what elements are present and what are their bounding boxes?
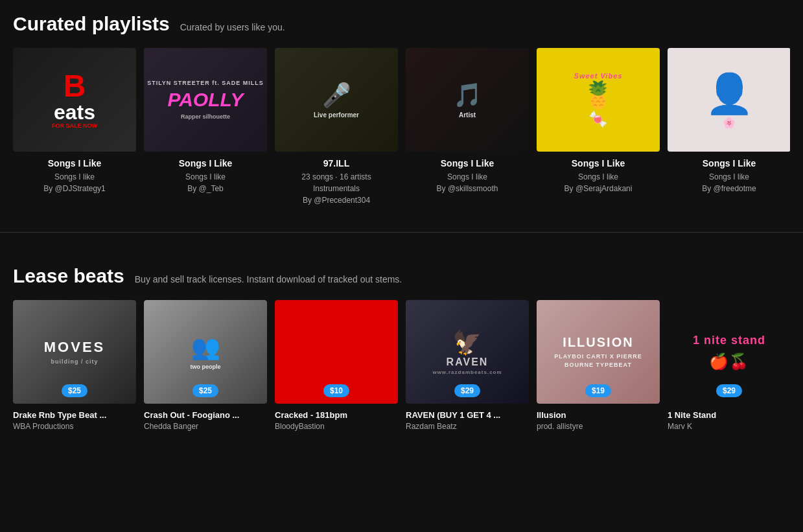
playlist-card-3[interactable]: 🎤 Live performer 97.ILL 23 songs · 16 ar… xyxy=(275,48,398,206)
curated-title: Curated playlists xyxy=(13,13,170,35)
beat-producer: BloodyBastion xyxy=(275,422,398,431)
price-badge: $25 xyxy=(62,384,87,397)
playlist-name: Songs I Like xyxy=(13,158,136,168)
beat-producer: Chedda Banger xyxy=(144,422,267,431)
beat-producer: prod. allistyre xyxy=(537,422,660,431)
playlist-meta: Songs I like By @skillssmooth xyxy=(406,171,529,194)
beat-producer: Marv K xyxy=(668,422,790,431)
playlist-card-6[interactable]: 👤 🌸 Songs I Like Songs I like By @freedo… xyxy=(668,48,790,206)
lease-header: Lease beats Buy and sell track licenses.… xyxy=(13,265,790,287)
curated-header: Curated playlists Curated by users like … xyxy=(13,13,790,35)
beat-title: 1 Nite Stand xyxy=(668,410,790,420)
lease-beats-row: MOVES building / city $25 Drake Rnb Type… xyxy=(13,300,790,431)
playlist-meta: Songs I like By @SerajArdakani xyxy=(537,171,660,194)
beat-image-wrapper: MOVES building / city $25 xyxy=(13,300,136,404)
playlist-name: Songs I Like xyxy=(668,158,790,168)
beat-card-1[interactable]: MOVES building / city $25 Drake Rnb Type… xyxy=(13,300,136,431)
beat-image-wrapper: ILLUSION PLAYBOI CARTI X PIERREBOURNE TY… xyxy=(537,300,660,404)
beat-producer: Razdam Beatz xyxy=(406,422,529,431)
beat-image-wrapper: $10 xyxy=(275,300,398,404)
beat-card-2[interactable]: 👥 two people $25 Crash Out - Foogiano ..… xyxy=(144,300,267,431)
beat-card-4[interactable]: 🦅 RAVEN www.razdambeats.com $29 RAVEN (B… xyxy=(406,300,529,431)
playlist-meta: 23 songs · 16 artists Instrumentals By @… xyxy=(275,171,398,206)
beat-card-3[interactable]: $10 Cracked - 181bpm BloodyBastion xyxy=(275,300,398,431)
beat-title: Cracked - 181bpm xyxy=(275,410,398,420)
playlist-card-1[interactable]: B eats FOR SALE NOW Songs I Like Songs I… xyxy=(13,48,136,206)
playlist-meta: Songs I like By @DJStrategy1 xyxy=(13,171,136,194)
section-divider xyxy=(0,232,803,233)
playlist-card-5[interactable]: Sweet Vibes 🍍 🍬 Songs I Like Songs I lik… xyxy=(537,48,660,206)
beat-title: Drake Rnb Type Beat ... xyxy=(13,410,136,420)
price-badge: $29 xyxy=(716,384,742,397)
playlist-meta: Songs I like By @_Teb xyxy=(144,171,267,194)
price-badge: $25 xyxy=(192,384,218,397)
beat-title: Crash Out - Foogiano ... xyxy=(144,410,267,420)
curated-playlists-section: Curated playlists Curated by users like … xyxy=(0,0,803,213)
playlist-name: Songs I Like xyxy=(537,158,660,168)
beat-image-wrapper: 👥 two people $25 xyxy=(144,300,267,404)
beat-image-wrapper: 🦅 RAVEN www.razdambeats.com $29 xyxy=(406,300,529,404)
curated-subtitle: Curated by users like you. xyxy=(180,22,285,32)
beat-title: RAVEN (BUY 1 GET 4 ... xyxy=(406,410,529,420)
playlist-card-4[interactable]: 🎵 Artist Songs I Like Songs I like By @s… xyxy=(406,48,529,206)
price-badge: $19 xyxy=(585,384,611,397)
playlist-card-2[interactable]: STILYN STREETER ft. SADE MILLS PAOLLY Ra… xyxy=(144,48,267,206)
price-badge: $10 xyxy=(323,384,349,397)
beat-image-wrapper: 1 nite stand 🍎🍒 $29 xyxy=(668,300,790,404)
playlist-name: 97.ILL xyxy=(275,158,398,168)
beat-card-5[interactable]: ILLUSION PLAYBOI CARTI X PIERREBOURNE TY… xyxy=(537,300,660,431)
price-badge: $29 xyxy=(454,384,480,397)
playlist-meta: Songs I like By @freedotme xyxy=(668,171,790,194)
playlist-name: Songs I Like xyxy=(406,158,529,168)
lease-subtitle: Buy and sell track licenses. Instant dow… xyxy=(135,274,402,284)
beat-title: Illusion xyxy=(537,410,660,420)
lease-title: Lease beats xyxy=(13,265,124,287)
beat-card-6[interactable]: 1 nite stand 🍎🍒 $29 1 Nite Stand Marv K xyxy=(668,300,790,431)
lease-beats-section: Lease beats Buy and sell track licenses.… xyxy=(0,252,803,437)
curated-playlists-row: B eats FOR SALE NOW Songs I Like Songs I… xyxy=(13,48,790,206)
beat-producer: WBA Productions xyxy=(13,422,136,431)
playlist-name: Songs I Like xyxy=(144,158,267,168)
